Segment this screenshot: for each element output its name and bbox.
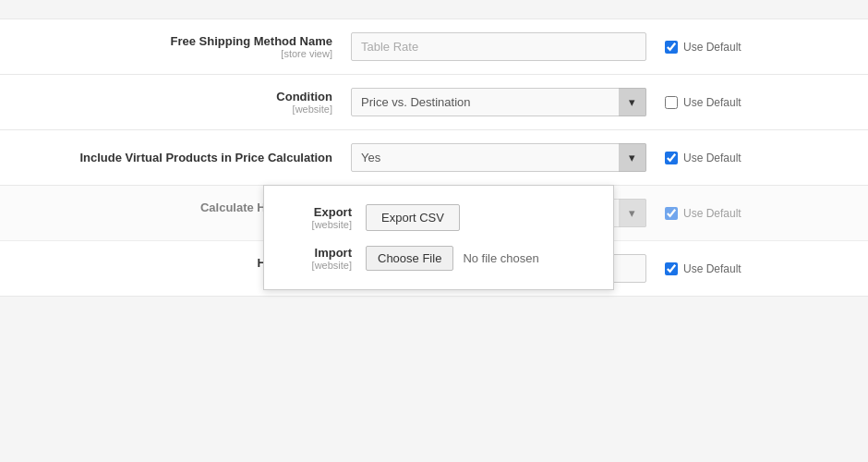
label-main-free-shipping: Free Shipping Method Name <box>18 34 332 48</box>
select-wrapper-virtual: Yes No ▾ <box>351 143 646 172</box>
row-include-virtual: Include Virtual Products in Price Calcul… <box>0 130 868 186</box>
label-condition: Condition [website] <box>18 90 351 115</box>
popup-export-label-col: Export [website] <box>292 205 366 230</box>
popup-import-sublabel: [website] <box>292 260 352 271</box>
condition-select[interactable]: Price vs. Destination Weight vs. Destina… <box>351 88 646 116</box>
main-content: Free Shipping Method Name [store view] U… <box>0 0 868 315</box>
row-condition: Condition [website] Price vs. Destinatio… <box>0 75 868 130</box>
use-default-checkbox-handling-fee[interactable] <box>665 262 678 275</box>
use-default-calculate-handling: Use Default <box>665 207 741 220</box>
label-sub-free-shipping: [store view] <box>18 48 332 59</box>
no-file-text: No file chosen <box>463 251 538 265</box>
label-free-shipping: Free Shipping Method Name [store view] <box>18 34 351 59</box>
free-shipping-name-input[interactable] <box>351 32 646 61</box>
label-main-condition: Condition <box>18 90 332 103</box>
include-virtual-select[interactable]: Yes No <box>351 143 646 172</box>
use-default-label-handling: Use Default <box>683 207 741 220</box>
popup-export-label: Export <box>292 205 352 219</box>
use-default-handling-fee: Use Default <box>665 262 741 275</box>
choose-file-button[interactable]: Choose File <box>366 246 453 271</box>
select-wrapper-condition: Price vs. Destination Weight vs. Destina… <box>351 88 646 116</box>
use-default-label-virtual: Use Default <box>683 152 741 164</box>
file-input-group: Choose File No file chosen <box>366 246 539 271</box>
use-default-checkbox-virtual[interactable] <box>665 152 678 164</box>
use-default-checkbox-free-shipping[interactable] <box>665 41 678 54</box>
input-col-include-virtual: Yes No ▾ <box>351 143 646 172</box>
label-sub-condition: [website] <box>18 103 332 115</box>
use-default-label-free-shipping: Use Default <box>683 41 741 54</box>
input-col-free-shipping <box>351 32 646 61</box>
use-default-condition: Use Default <box>665 96 741 109</box>
popup-import-row: Import [website] Choose File No file cho… <box>292 246 585 271</box>
use-default-free-shipping: Use Default <box>665 41 741 54</box>
use-default-label-condition: Use Default <box>683 96 741 109</box>
label-include-virtual: Include Virtual Products in Price Calcul… <box>18 151 351 164</box>
popup-export-sublabel: [website] <box>292 219 352 230</box>
popup-import-label: Import <box>292 246 352 260</box>
use-default-label-handling-fee: Use Default <box>683 262 741 275</box>
export-csv-button[interactable]: Export CSV <box>366 204 460 231</box>
label-main-include-virtual: Include Virtual Products in Price Calcul… <box>18 151 332 164</box>
use-default-virtual: Use Default <box>665 152 741 164</box>
use-default-checkbox-condition[interactable] <box>665 96 678 109</box>
input-col-condition: Price vs. Destination Weight vs. Destina… <box>351 88 646 116</box>
popup-export-row: Export [website] Export CSV <box>292 204 585 231</box>
use-default-checkbox-handling[interactable] <box>665 207 678 220</box>
popup-import-label-col: Import [website] <box>292 246 366 271</box>
row-free-shipping-method-name: Free Shipping Method Name [store view] U… <box>0 18 868 75</box>
export-import-popup: Export [website] Export CSV Import [webs… <box>263 185 614 290</box>
